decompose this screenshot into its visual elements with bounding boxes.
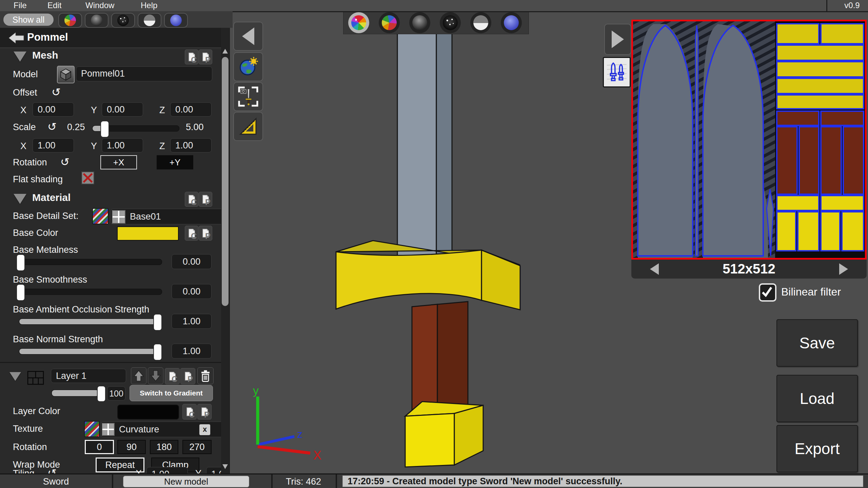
load-button[interactable]: Load [776,375,858,422]
rotation-180-button[interactable]: 180 [150,440,178,454]
material-set-gray[interactable] [85,13,108,28]
rotation-0-button[interactable]: 0 [85,440,114,454]
model-name-field[interactable]: Pommel01 [76,66,212,81]
model-picker-button[interactable] [57,66,75,83]
material-paste-button[interactable]: P [199,192,212,207]
material-preview-rainbow-sparkle[interactable] [348,12,369,33]
scroll-down-icon[interactable] [222,464,228,469]
rotate-plus-y-button[interactable]: +Y [157,155,193,169]
base-color-swatch[interactable] [117,226,179,241]
base-color-copy-button[interactable]: C [185,226,198,241]
base-ao-strength-value[interactable]: 1.00 [172,314,212,329]
base-color-paste-button[interactable]: P [199,226,212,241]
offset-reset-icon[interactable]: ↺ [52,87,61,98]
material-preview-half[interactable] [470,12,491,33]
base-metalness-handle[interactable] [16,254,25,271]
layer-move-up-button[interactable] [131,367,146,384]
dark-sparkle-sphere-icon [117,15,129,26]
resolution-next-icon[interactable] [839,263,848,275]
scale-z-field[interactable]: 1.00 [170,138,212,152]
base-smoothness-value[interactable]: 0.00 [172,284,212,299]
focus-camera-button[interactable] [233,82,263,111]
menu-window[interactable]: Window [82,0,118,11]
base-ao-strength-track[interactable] [19,319,162,325]
scale-reset-icon[interactable]: ↺ [47,121,57,132]
base-normal-strength-value[interactable]: 1.00 [172,344,212,359]
base-smoothness-handle[interactable] [16,284,25,301]
material-set-rainbow[interactable] [58,13,82,28]
blue-purple-sphere-icon [170,15,182,26]
material-set-half[interactable] [138,13,161,28]
layer-color-swatch[interactable] [117,405,179,420]
rotation-270-button[interactable]: 270 [182,440,212,454]
mesh-copy-button[interactable]: C [185,49,198,64]
layer-thumbnail-icon[interactable] [26,368,45,388]
collapse-left-panel-button[interactable] [233,22,263,51]
scale-y-field[interactable]: 1.00 [102,138,143,152]
material-preview-rainbow[interactable] [379,12,400,33]
expand-right-panel-button[interactable] [604,24,631,55]
mesh-paste-button[interactable]: P [199,49,212,64]
tiling-x-field[interactable]: 1.00 [146,467,188,473]
layer-name-field[interactable]: Layer 1 [51,369,126,383]
clear-texture-button[interactable]: x [199,424,211,436]
layer-opacity-value[interactable]: 100 [107,386,125,401]
menu-help[interactable]: Help [137,0,161,11]
base-detail-field[interactable]: Base01 [111,209,226,224]
layer-color-copy-button[interactable]: C [182,404,197,420]
layer-opacity-track[interactable] [52,390,103,396]
layer-paste-button[interactable]: P [180,368,195,384]
base-normal-strength-track[interactable] [19,348,162,354]
flat-shading-checkbox[interactable] [81,171,94,184]
environment-button[interactable] [233,52,263,81]
layer-opacity-handle[interactable] [97,386,106,402]
tiling-label: Tiling [13,468,35,473]
rotation-90-button[interactable]: 90 [117,440,146,454]
base-metalness-track[interactable] [19,259,162,265]
layer-delete-button[interactable] [197,367,214,384]
material-preview-blue[interactable] [501,12,522,33]
panel-scrollbar-thumb[interactable] [222,57,229,306]
scale-slider-handle[interactable] [100,121,109,138]
base-metalness-value[interactable]: 0.00 [172,254,212,269]
rotation-reset-icon[interactable]: ↺ [60,157,70,167]
rotate-plus-x-button[interactable]: +X [100,155,137,169]
layer-move-down-button[interactable] [148,367,163,384]
material-preview-dark-sparkle[interactable] [440,12,461,33]
offset-y-field[interactable]: 0.00 [102,102,143,117]
base-normal-strength-handle[interactable] [153,344,162,361]
material-preview-gray[interactable] [409,12,430,33]
bilinear-filter-checkbox[interactable] [759,283,776,302]
mesh-collapse-icon[interactable] [14,52,26,62]
base-ao-strength-handle[interactable] [153,314,162,331]
tiling-reset-icon[interactable]: ↺ [47,468,57,473]
export-button[interactable]: Export [776,425,858,472]
menu-edit[interactable]: Edit [44,0,65,11]
tiling-y-label: Y [195,468,201,473]
scroll-up-icon[interactable] [222,49,228,54]
menu-file[interactable]: File [10,0,30,11]
layer-color-paste-button[interactable]: P [197,404,212,420]
measure-button[interactable] [233,112,263,141]
texture-preview-icon[interactable] [84,421,100,437]
material-copy-button[interactable]: C [185,192,198,207]
layer-copy-button[interactable]: C [165,368,180,384]
back-arrow-icon[interactable] [7,32,25,44]
save-button[interactable]: Save [776,319,858,367]
uv-texture-preview[interactable] [631,20,867,260]
sword-model[interactable] [322,20,542,474]
layer-collapse-icon[interactable] [9,372,21,381]
trash-icon [199,369,212,383]
show-all-button[interactable]: Show all [3,14,54,26]
offset-z-field[interactable]: 0.00 [170,102,212,117]
base-smoothness-track[interactable] [19,289,162,295]
detail-set-preview-icon[interactable] [92,208,108,224]
offset-x-field[interactable]: 0.00 [33,102,74,117]
model-name-field[interactable]: New model [123,476,249,487]
uv-layout-button[interactable] [603,57,631,87]
material-set-dark-sparkle[interactable] [111,13,135,28]
switch-to-gradient-button[interactable]: Switch to Gradient [130,385,213,401]
material-collapse-icon[interactable] [14,194,26,204]
scale-x-field[interactable]: 1.00 [33,138,74,152]
material-set-blue[interactable] [164,13,188,28]
